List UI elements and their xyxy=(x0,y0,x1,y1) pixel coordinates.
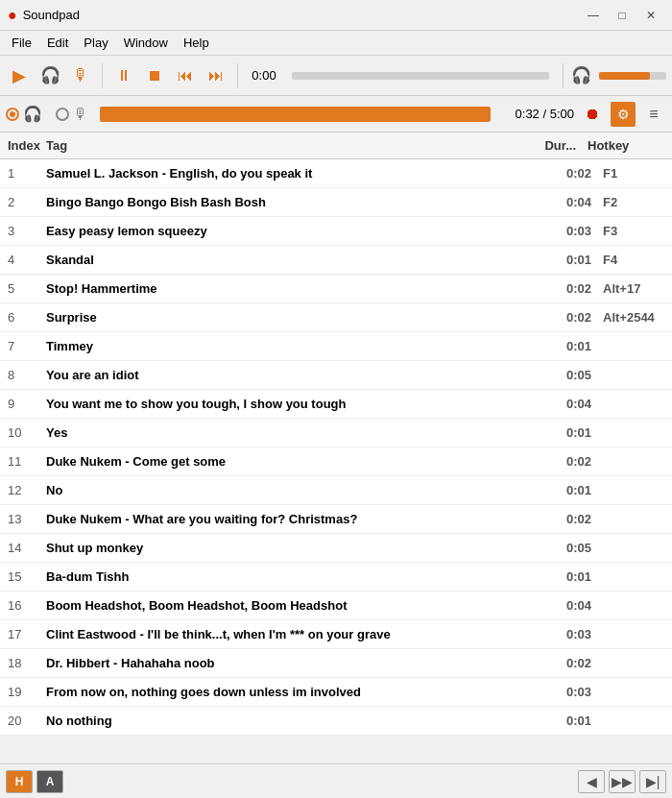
radio-circle-mic xyxy=(56,108,69,121)
separator2 xyxy=(237,63,238,88)
table-body[interactable]: 1 Samuel L. Jackson - English, do you sp… xyxy=(0,159,672,763)
cell-index: 16 xyxy=(0,598,42,613)
speaker-icon: 🎧 xyxy=(23,105,42,123)
cell-index: 19 xyxy=(0,685,42,699)
cell-hotkey: F1 xyxy=(595,166,672,181)
cell-duration: 0:01 xyxy=(538,483,595,497)
mic-icon2: 🎙 xyxy=(73,106,88,123)
cell-hotkey: Alt+17 xyxy=(595,281,672,296)
mic-button[interactable]: 🎙 xyxy=(67,62,94,89)
table-row[interactable]: 12 No 0:01 xyxy=(0,476,672,505)
progress-bar[interactable] xyxy=(292,72,549,80)
radio-mic[interactable] xyxy=(56,108,69,121)
radio-speaker[interactable] xyxy=(6,108,19,121)
table-row[interactable]: 17 Clint Eastwood - I'll be think...t, w… xyxy=(0,620,672,649)
menu-window[interactable]: Window xyxy=(116,33,176,54)
table-row[interactable]: 4 Skandal 0:01 F4 xyxy=(0,246,672,275)
table-header: Index Tag Dur... Hotkey xyxy=(0,133,672,159)
separator3 xyxy=(563,63,564,88)
headphone-button[interactable]: 🎧 xyxy=(36,62,63,89)
cell-duration: 0:03 xyxy=(538,685,595,699)
col-header-hotkey[interactable]: Hotkey xyxy=(580,138,657,153)
cell-tag: Bingo Bango Bongo Bish Bash Bosh xyxy=(42,195,538,209)
table-row[interactable]: 3 Easy peasy lemon squeezy 0:03 F3 xyxy=(0,217,672,246)
forward-button[interactable]: ▶▶ xyxy=(609,770,636,793)
col-header-duration[interactable]: Dur... xyxy=(522,138,580,153)
table-row[interactable]: 6 Surprise 0:02 Alt+2544 xyxy=(0,303,672,332)
pause-button[interactable]: ⏸ xyxy=(110,62,137,89)
cell-tag: Stop! Hammertime xyxy=(42,281,538,296)
cell-index: 10 xyxy=(0,425,42,440)
next-button[interactable]: ⏭ xyxy=(203,62,229,89)
table-row[interactable]: 7 Timmey 0:01 xyxy=(0,332,672,361)
gear-button[interactable]: ⚙ xyxy=(611,102,636,127)
cell-tag: No xyxy=(42,483,538,497)
separator1 xyxy=(102,63,103,88)
menu-bar: File Edit Play Window Help xyxy=(0,31,672,56)
play-button[interactable]: ▶ xyxy=(6,62,33,89)
table-row[interactable]: 15 Ba-dum Tishh 0:01 xyxy=(0,563,672,592)
cell-hotkey: F3 xyxy=(595,224,672,238)
volume-bar-fill xyxy=(599,72,650,80)
table-row[interactable]: 13 Duke Nukem - What are you waiting for… xyxy=(0,505,672,534)
back-button[interactable]: ◀ xyxy=(578,770,605,793)
cell-duration: 0:03 xyxy=(538,627,595,641)
table-row[interactable]: 5 Stop! Hammertime 0:02 Alt+17 xyxy=(0,275,672,303)
menu-play[interactable]: Play xyxy=(76,33,115,54)
cell-hotkey: F2 xyxy=(595,195,672,209)
close-button[interactable]: ✕ xyxy=(637,5,664,26)
table-row[interactable]: 16 Boom Headshot, Boom Headshot, Boom He… xyxy=(0,592,672,620)
cell-duration: 0:02 xyxy=(538,281,595,296)
title-buttons: — □ ✕ xyxy=(580,5,664,26)
cell-index: 2 xyxy=(0,195,42,209)
radio-group: 🎧 xyxy=(6,105,42,123)
cell-tag: Samuel L. Jackson - English, do you spea… xyxy=(42,166,538,181)
table-row[interactable]: 1 Samuel L. Jackson - English, do you sp… xyxy=(0,159,672,188)
cell-tag: Dr. Hibbert - Hahahaha noob xyxy=(42,656,538,670)
cell-tag: Surprise xyxy=(42,310,538,325)
volume-bar[interactable] xyxy=(599,72,666,80)
menu-edit[interactable]: Edit xyxy=(39,33,76,54)
table-row[interactable]: 9 You want me to show you tough, I show … xyxy=(0,390,672,419)
playback-progress[interactable] xyxy=(100,107,491,122)
maximize-button[interactable]: □ xyxy=(609,5,636,26)
cell-tag: Ba-dum Tishh xyxy=(42,569,538,584)
cell-tag: Duke Nukem - What are you waiting for? C… xyxy=(42,512,538,526)
extra-button[interactable]: ≡ xyxy=(641,102,666,127)
table-row[interactable]: 18 Dr. Hibbert - Hahahaha noob 0:02 xyxy=(0,649,672,678)
forward2-button[interactable]: ▶| xyxy=(639,770,666,793)
cell-hotkey: Alt+2544 xyxy=(595,310,672,325)
cell-tag: Duke Nukem - Come get some xyxy=(42,454,538,469)
minimize-button[interactable]: — xyxy=(580,5,607,26)
col-header-index[interactable]: Index xyxy=(0,138,42,153)
table-row[interactable]: 11 Duke Nukem - Come get some 0:02 xyxy=(0,447,672,476)
table-row[interactable]: 2 Bingo Bango Bongo Bish Bash Bosh 0:04 … xyxy=(0,188,672,217)
stop-button[interactable]: ⏹ xyxy=(141,62,168,89)
cell-index: 3 xyxy=(0,224,42,238)
table-row[interactable]: 10 Yes 0:01 xyxy=(0,419,672,447)
cell-tag: Skandal xyxy=(42,253,538,267)
menu-file[interactable]: File xyxy=(4,33,39,54)
h-button[interactable]: H xyxy=(6,770,33,793)
record-button[interactable]: ⏺ xyxy=(580,102,605,127)
title-left: ● Soundpad xyxy=(8,7,80,24)
cell-duration: 0:01 xyxy=(538,253,595,267)
radio-group2: 🎙 xyxy=(56,106,88,123)
col-header-tag[interactable]: Tag xyxy=(42,138,522,153)
prev-button[interactable]: ⏮ xyxy=(172,62,199,89)
cell-duration: 0:01 xyxy=(538,339,595,353)
cell-index: 20 xyxy=(0,713,42,728)
table-row[interactable]: 19 From now on, nothing goes down unless… xyxy=(0,678,672,707)
table-row[interactable]: 8 You are an idiot 0:05 xyxy=(0,361,672,390)
a-button[interactable]: A xyxy=(36,770,63,793)
cell-duration: 0:02 xyxy=(538,310,595,325)
menu-help[interactable]: Help xyxy=(176,33,217,54)
cell-duration: 0:01 xyxy=(538,425,595,440)
table-row[interactable]: 20 No nothing 0:01 xyxy=(0,707,672,736)
cell-duration: 0:02 xyxy=(538,166,595,181)
cell-index: 11 xyxy=(0,454,42,469)
cell-duration: 0:01 xyxy=(538,713,595,728)
headphone-icon2: 🎧 xyxy=(571,65,591,85)
cell-duration: 0:01 xyxy=(538,569,595,584)
table-row[interactable]: 14 Shut up monkey 0:05 xyxy=(0,534,672,563)
